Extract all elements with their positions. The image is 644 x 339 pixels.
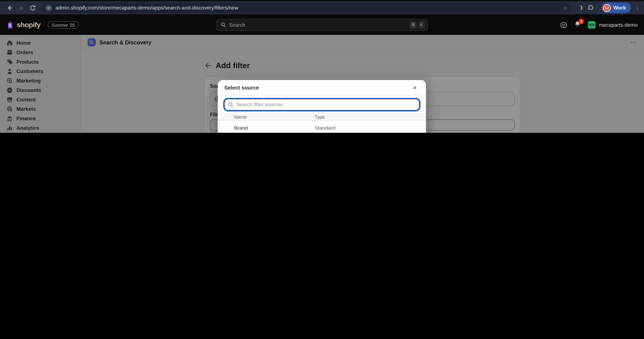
browser-toolbar: admin.shopify.com/store/mecaparts-demo/a… xyxy=(0,0,644,15)
search-icon xyxy=(221,22,226,27)
profile-label: Work xyxy=(613,5,626,11)
browser-profile-button[interactable]: Work xyxy=(601,2,631,13)
store-avatar: mec xyxy=(588,21,596,29)
shopify-wordmark: shopify xyxy=(17,21,40,29)
notification-count-badge: 2 xyxy=(578,18,584,24)
source-type: Standard xyxy=(315,125,426,131)
shopify-brand: S shopify Summer '25 xyxy=(6,21,79,29)
back-arrow-icon xyxy=(6,5,12,11)
modal-title: Select source xyxy=(224,84,259,91)
extension-swirl-icon[interactable] xyxy=(577,4,583,11)
notifications-button[interactable]: 2 xyxy=(574,20,581,29)
reload-icon xyxy=(30,5,36,11)
browser-reload-button[interactable] xyxy=(27,2,38,13)
global-search-placeholder: Search xyxy=(229,22,245,28)
browser-forward-button[interactable] xyxy=(16,2,26,13)
store-name: mecaparts-demo xyxy=(599,22,638,28)
table-row[interactable]: Brand Standard xyxy=(218,121,426,133)
bookmark-star-icon[interactable]: ☆ xyxy=(563,5,568,10)
topbar-right: 2 mec mecaparts-demo xyxy=(560,20,638,29)
browser-actions: Work ⋮ xyxy=(575,2,640,13)
edition-badge[interactable]: Summer '25 xyxy=(48,21,79,28)
modal-search-area xyxy=(218,96,426,113)
url-text[interactable]: admin.shopify.com/store/mecaparts-demo/a… xyxy=(56,5,560,11)
column-header-name: Name xyxy=(218,114,315,119)
site-settings-icon[interactable] xyxy=(45,4,52,11)
browser-back-button[interactable] xyxy=(4,2,15,13)
forward-arrow-icon xyxy=(18,5,24,11)
cmd-key: ⌘ xyxy=(410,21,417,28)
close-icon[interactable]: ✕ xyxy=(410,83,420,92)
shortcut-keys: ⌘ K xyxy=(410,21,425,28)
filter-sources-search-input[interactable] xyxy=(224,99,420,110)
global-search[interactable]: Search ⌘ K xyxy=(216,19,428,31)
shopify-bag-icon: S xyxy=(6,21,14,29)
address-bar[interactable]: admin.shopify.com/store/mecaparts-demo/a… xyxy=(41,3,572,13)
profile-avatar-icon xyxy=(603,4,611,12)
modal-header: Select source ✕ xyxy=(218,80,426,96)
source-name: Brand xyxy=(218,125,315,131)
store-switcher[interactable]: mec mecaparts-demo xyxy=(588,21,638,29)
divider xyxy=(597,4,598,11)
browser-menu-icon[interactable]: ⋮ xyxy=(635,5,640,11)
table-header: Name Type xyxy=(218,113,426,121)
search-icon xyxy=(228,102,234,107)
sidekick-icon[interactable] xyxy=(560,21,568,28)
select-source-modal: Select source ✕ Name Type Brand Standard… xyxy=(218,80,426,133)
shopify-topbar: S shopify Summer '25 Search ⌘ K 2 mec me… xyxy=(0,15,644,35)
k-key: K xyxy=(418,21,425,28)
column-header-type: Type xyxy=(315,114,426,119)
screen: admin.shopify.com/store/mecaparts-demo/a… xyxy=(0,0,644,133)
extensions-puzzle-icon[interactable] xyxy=(587,4,594,11)
